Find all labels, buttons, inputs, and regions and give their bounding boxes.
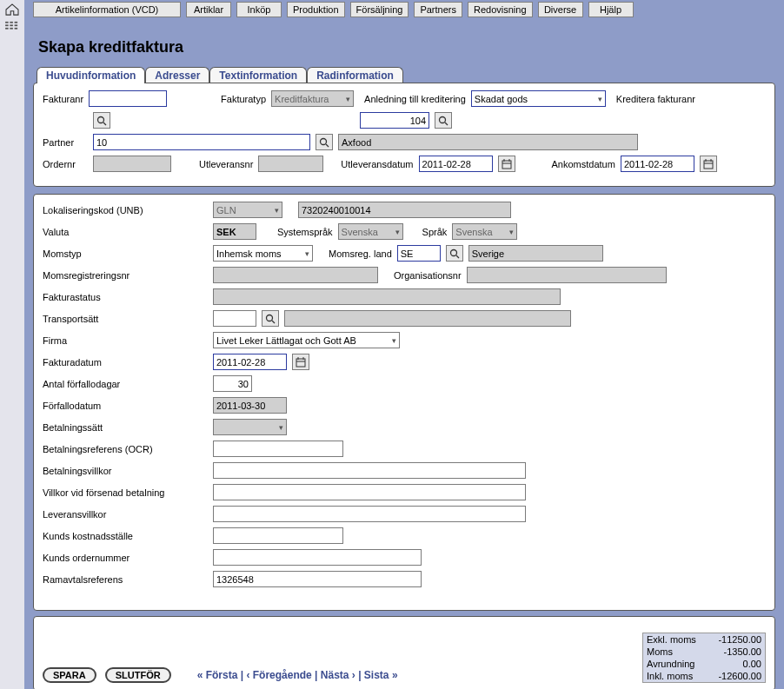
betalningsvillkor-input[interactable] xyxy=(213,462,526,479)
anledning-code-input[interactable] xyxy=(360,112,429,129)
total-inkl-value: -12600.00 xyxy=(708,670,765,682)
leveransvillkor-input[interactable] xyxy=(213,506,526,522)
menu-inkop[interactable]: Inköp xyxy=(236,2,282,17)
fakturanr-input[interactable] xyxy=(89,90,167,107)
lokaliseringskod-label: Lokaliseringskod (UNB) xyxy=(43,205,208,215)
tab-textinformation[interactable]: Textinformation xyxy=(209,67,307,83)
fakturadatum-input[interactable] xyxy=(213,354,287,370)
menu-produktion[interactable]: Produktion xyxy=(287,2,345,17)
ankomstdatum-input[interactable] xyxy=(621,156,694,172)
svg-rect-2 xyxy=(15,22,18,23)
anledning-label: Anledning till kreditering xyxy=(364,94,466,104)
anledning-select[interactable]: Skadat gods▾ xyxy=(471,90,606,107)
menu-artiklar[interactable]: Artiklar xyxy=(186,2,231,17)
forfallodatum-label: Förfallodatum xyxy=(43,401,208,411)
ordernr-input xyxy=(93,156,171,172)
betalningssatt-select[interactable]: ▾ xyxy=(213,419,287,435)
ramavtal-input[interactable] xyxy=(213,571,422,587)
transportsatt-search-icon[interactable] xyxy=(262,310,279,327)
menu-hjalp[interactable]: Hjälp xyxy=(588,2,634,17)
sprak-select[interactable]: Svenska▾ xyxy=(452,223,517,240)
svg-rect-15 xyxy=(502,161,511,169)
svg-rect-8 xyxy=(15,28,18,30)
menu-diverse[interactable]: Diverse xyxy=(538,2,583,17)
transportsatt-input[interactable] xyxy=(213,310,256,327)
fakturadatum-label: Fakturadatum xyxy=(43,357,208,368)
utleveransdatum-label: Utleveransdatum xyxy=(341,159,413,169)
lokaliseringskod-input xyxy=(298,202,511,218)
svg-rect-5 xyxy=(15,24,18,26)
tab-radinformation[interactable]: Radinformation xyxy=(307,67,403,83)
orgnr-label: Organisationsnr xyxy=(394,270,462,281)
svg-line-12 xyxy=(445,123,448,125)
sprak-label: Språk xyxy=(422,227,448,237)
betalningsreferens-label: Betalningsreferens (OCR) xyxy=(43,444,208,454)
tabs: Huvudinformation Adresser Textinformatio… xyxy=(37,67,775,83)
nav-prev[interactable]: ‹ Föregående xyxy=(246,669,311,681)
total-moms-label: Moms xyxy=(643,646,708,658)
svg-rect-7 xyxy=(10,28,13,30)
apps-icon[interactable] xyxy=(4,21,20,33)
momstyp-select[interactable]: Inhemsk moms▾ xyxy=(213,245,313,262)
finish-button[interactable]: SLUTFÖR xyxy=(105,667,171,683)
nav-next[interactable]: Nästa › xyxy=(321,669,355,681)
menu-artikelinformation[interactable]: Artikelinformation (VCD) xyxy=(33,2,181,17)
momsregland-code-input[interactable] xyxy=(397,245,441,262)
fakturatyp-label: Fakturatyp xyxy=(221,94,266,104)
menu-partners[interactable]: Partners xyxy=(414,2,462,17)
kostnadsstalle-label: Kunds kostnadsställe xyxy=(43,531,208,541)
svg-line-24 xyxy=(456,255,459,258)
total-inkl-label: Inkl. moms xyxy=(643,670,708,682)
betalningsreferens-input[interactable] xyxy=(213,441,343,457)
tab-huvudinformation[interactable]: Huvudinformation xyxy=(37,67,145,83)
menu-forsaljning[interactable]: Försäljning xyxy=(350,2,409,17)
betalningssatt-label: Betalningssätt xyxy=(43,422,208,433)
nav-last[interactable]: Sista » xyxy=(364,669,398,681)
momsregland-search-icon[interactable] xyxy=(446,245,463,262)
svg-line-10 xyxy=(103,123,106,125)
home-icon[interactable] xyxy=(4,3,20,16)
fakturanr-label: Fakturanr xyxy=(43,94,83,104)
kreditera-label: Kreditera fakturanr xyxy=(616,94,695,104)
fakturastatus-label: Fakturastatus xyxy=(43,292,208,302)
utleveransdatum-calendar-icon[interactable] xyxy=(498,156,515,172)
momsregland-label: Momsreg. land xyxy=(329,248,392,259)
forfallodatum-input xyxy=(213,397,287,414)
ordernr-label: Ordernr xyxy=(43,159,88,169)
utleveransdatum-input[interactable] xyxy=(419,156,493,172)
totals-box: Exkl. moms-11250.00 Moms-1350.00 Avrundn… xyxy=(642,633,766,683)
valuta-label: Valuta xyxy=(43,227,208,237)
ordernummer-label: Kunds ordernummer xyxy=(43,553,208,563)
ankomstdatum-calendar-icon[interactable] xyxy=(700,156,717,172)
svg-rect-1 xyxy=(10,22,13,23)
firma-select[interactable]: Livet Leker Lättlagat och Gott AB▾ xyxy=(213,332,400,348)
lokaliseringskod-type-select[interactable]: GLN▾ xyxy=(213,202,282,218)
anledning-search-icon[interactable] xyxy=(435,112,452,129)
header-panel: Fakturanr Fakturatyp Kreditfaktura▾ Anle… xyxy=(33,83,775,187)
fakturatyp-select[interactable]: Kreditfaktura▾ xyxy=(271,90,354,107)
partner-label: Partner xyxy=(43,137,88,148)
kostnadsstalle-input[interactable] xyxy=(213,527,343,544)
save-button[interactable]: SPARA xyxy=(43,667,96,683)
villkor-forsenad-label: Villkor vid försenad betalning xyxy=(43,487,208,498)
antal-forfallodagar-label: Antal förfallodagar xyxy=(43,379,208,389)
partner-search-icon[interactable] xyxy=(316,134,333,150)
villkor-forsenad-input[interactable] xyxy=(213,484,526,500)
systemsprak-select[interactable]: Svenska▾ xyxy=(338,223,403,240)
detail-panel: Lokaliseringskod (UNB) GLN▾ Valuta Syste… xyxy=(33,194,775,611)
tab-adresser[interactable]: Adresser xyxy=(145,67,209,83)
ordernummer-input[interactable] xyxy=(213,549,422,566)
antal-forfallodagar-input[interactable] xyxy=(213,375,252,392)
fakturanr-search-icon[interactable] xyxy=(93,112,110,129)
orgnr-input xyxy=(467,267,667,283)
menu-redovisning[interactable]: Redovisning xyxy=(468,2,533,17)
partner-input[interactable] xyxy=(93,134,310,150)
fakturadatum-calendar-icon[interactable] xyxy=(292,354,309,370)
svg-rect-0 xyxy=(5,22,9,23)
nav-first[interactable]: « Första xyxy=(197,669,238,681)
side-rail xyxy=(0,0,24,689)
partner-name-display xyxy=(338,134,638,150)
leveransvillkor-label: Leveransvillkor xyxy=(43,509,208,520)
betalningsvillkor-label: Betalningsvillkor xyxy=(43,466,208,476)
firma-label: Firma xyxy=(43,335,208,346)
